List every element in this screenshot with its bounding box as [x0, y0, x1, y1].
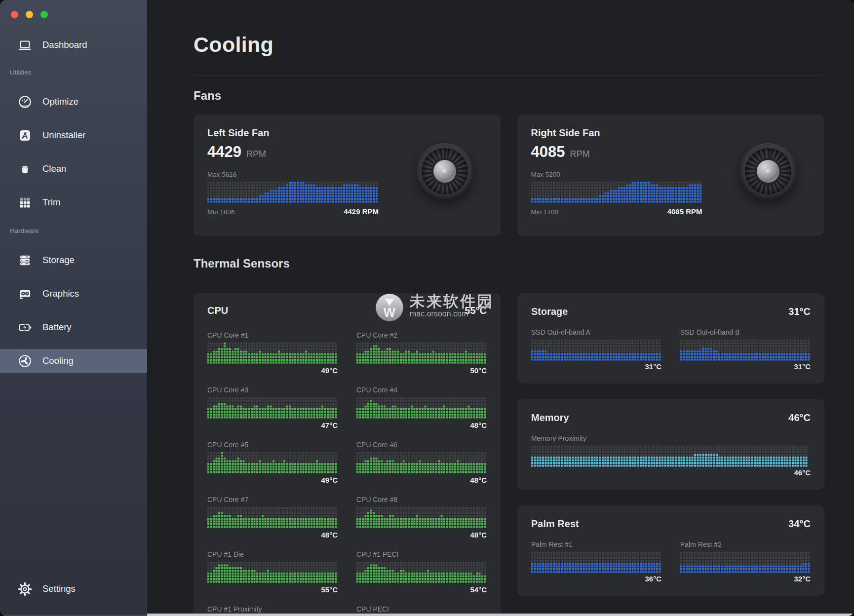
sidebar-item-graphics[interactable]: Graphics	[0, 282, 147, 306]
sensor-history-graph	[207, 507, 338, 529]
sensor-label: SSD Out-of-band A	[531, 328, 661, 336]
sensor-label: CPU PECI	[356, 605, 487, 613]
thermal-sensor: CPU Core #347°C	[207, 386, 338, 429]
sidebar-item-label: Battery	[42, 322, 72, 333]
sensor-history-graph	[531, 552, 661, 574]
thermal-sensor: CPU Core #250°C	[356, 331, 487, 375]
sensor-history-graph	[356, 452, 487, 474]
thermal-section-heading: Thermal Sensors	[194, 257, 824, 270]
fan-card-right: Right Side Fan4085RPMMax 5200Min 1700408…	[517, 115, 824, 236]
sidebar-item-label: Clean	[42, 163, 66, 174]
sensor-label: CPU #1 PECI	[356, 550, 487, 558]
cpu-sensors-card: CPU55°CCPU Core #149°CCPU Core #250°CCPU…	[194, 293, 501, 614]
sidebar-section-label: Hardware	[0, 227, 147, 234]
sidebar-item-label: Optimize	[42, 96, 78, 107]
sidebar: DashboardUtilitiesOptimizeUninstallerCle…	[0, 0, 147, 616]
thermal-sensor: CPU Core #748°C	[207, 496, 338, 539]
fan-card-left: Left Side Fan4429RPMMax 5616Min 18364429…	[194, 115, 501, 236]
sensor-temp-value: 48°C	[207, 531, 338, 539]
thermal-sensor: CPU Core #448°C	[356, 386, 487, 429]
fan-hub-graphic	[757, 160, 779, 183]
fan-turbine-graphic	[417, 143, 473, 199]
sidebar-item-label: Uninstaller	[42, 130, 85, 141]
fan-turbine-graphic	[740, 143, 796, 199]
sidebar-section-label: Utilities	[0, 69, 147, 76]
fan-history-graph	[207, 182, 379, 203]
watermark-text: 未来软件园 mac.orsoon.com	[410, 293, 494, 318]
sensor-temp-value: 31°C	[680, 362, 811, 371]
fan-rpm-number: 4429	[207, 143, 241, 161]
thermal-card-title: Storage	[531, 306, 568, 317]
fan-graph-footer: Min 17004085 RPM	[531, 207, 702, 216]
fan-cards-row: Left Side Fan4429RPMMax 5616Min 18364429…	[194, 115, 824, 236]
sensor-temp-value: 49°C	[207, 476, 338, 484]
gpu-icon	[17, 286, 33, 302]
sidebar-item-trim[interactable]: Trim	[0, 191, 147, 214]
thermal-card-header: Storage31°C	[531, 306, 811, 317]
sidebar-item-optimize[interactable]: Optimize	[0, 90, 147, 114]
sensor-temp-value: 48°C	[356, 476, 487, 484]
sidebar-item-settings[interactable]: Settings	[0, 577, 147, 601]
minimize-window-button[interactable]	[26, 11, 33, 18]
thermal-card-header: Memory46°C	[531, 412, 811, 424]
sidebar-nav: DashboardUtilitiesOptimizeUninstallerCle…	[0, 33, 147, 373]
page-title: Cooling	[194, 33, 824, 57]
sidebar-item-label: Cooling	[42, 355, 74, 366]
bin-icon	[17, 161, 33, 177]
battery-icon	[17, 319, 33, 335]
sensor-label: CPU Core #3	[207, 386, 338, 394]
sensor-label: CPU Core #6	[356, 441, 487, 449]
sensor-temp-value: 36°C	[531, 575, 661, 583]
thermal-card-sensor-grid: Memory Proximity46°C	[531, 434, 811, 477]
svg-text:W: W	[384, 306, 395, 319]
thermal-sensor: CPU #1 Die55°C	[207, 550, 338, 594]
thermal-sensor: CPU PECI	[356, 605, 487, 614]
sensor-label: Palm Rest #1	[531, 540, 661, 548]
thermal-card-title: Palm Rest	[531, 518, 579, 530]
thermal-sensor: CPU Core #648°C	[356, 441, 487, 484]
window-controls	[0, 0, 147, 18]
fan-current-rpm: 4429 RPM	[344, 207, 379, 216]
grid-icon	[17, 194, 33, 210]
sidebar-item-battery[interactable]: Battery	[0, 315, 147, 339]
sidebar-item-label: Settings	[42, 583, 76, 594]
thermal-card-temp: 34°C	[788, 518, 811, 530]
sensor-temp-value: 46°C	[531, 468, 811, 477]
sidebar-item-storage[interactable]: Storage	[0, 248, 147, 272]
sidebar-item-dashboard[interactable]: Dashboard	[0, 33, 147, 57]
zoom-window-button[interactable]	[40, 11, 48, 18]
fans-section-heading: Fans	[194, 89, 824, 103]
sensor-history-graph	[207, 343, 338, 364]
watermark-site-name: 未来软件园	[410, 293, 494, 310]
sidebar-item-cooling[interactable]: Cooling	[0, 349, 147, 373]
sidebar-item-label: Graphics	[42, 288, 79, 299]
sidebar-footer: Settings	[0, 577, 147, 601]
watermark-logo-icon: W	[375, 293, 404, 322]
thermal-card-temp: 46°C	[788, 412, 811, 424]
thermal-sensor: Palm Rest #232°C	[680, 540, 811, 583]
title-divider	[194, 76, 824, 76]
thermal-card-temp: 31°C	[788, 306, 811, 317]
fan-current-rpm: 4085 RPM	[667, 207, 702, 216]
sensor-history-graph	[356, 507, 487, 529]
sidebar-item-clean[interactable]: Clean	[0, 157, 147, 181]
sidebar-item-label: Trim	[42, 197, 60, 208]
thermal-card-header: Palm Rest34°C	[531, 518, 811, 530]
thermal-sensor: CPU Core #848°C	[356, 496, 487, 539]
fan-graph-footer: Min 18364429 RPM	[207, 207, 379, 216]
thermal-card-title: Memory	[531, 412, 569, 424]
sensor-label: CPU Core #8	[356, 496, 487, 503]
sensor-temp-value: 49°C	[207, 366, 338, 375]
sidebar-item-uninstaller[interactable]: Uninstaller	[0, 123, 147, 147]
thermal-grid: CPU55°CCPU Core #149°CCPU Core #250°CCPU…	[194, 293, 824, 614]
sensor-label: CPU #1 Die	[207, 550, 338, 558]
close-window-button[interactable]	[11, 11, 18, 18]
sensor-history-graph	[531, 340, 661, 361]
sensor-label: Palm Rest #2	[680, 540, 811, 548]
thermal-sensor: CPU #1 PECI54°C	[356, 550, 487, 594]
thermal-card-palm-rest: Palm Rest34°CPalm Rest #136°CPalm Rest #…	[517, 505, 824, 596]
thermal-right-column: Storage31°CSSD Out-of-band A31°CSSD Out-…	[517, 293, 824, 596]
thermal-sensor: Memory Proximity46°C	[531, 434, 811, 477]
fan-name: Left Side Fan	[207, 127, 487, 139]
cpu-sensor-grid: CPU Core #149°CCPU Core #250°CCPU Core #…	[207, 331, 487, 614]
